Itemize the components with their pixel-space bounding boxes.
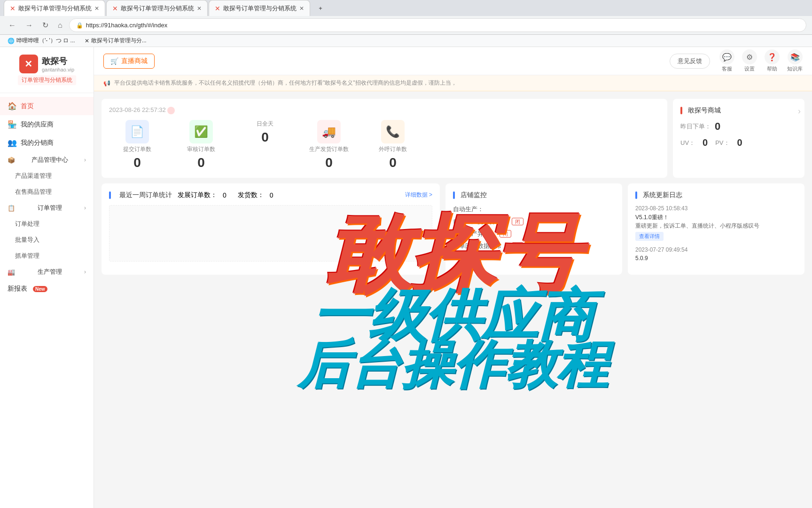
bookmark-label-2: 敢探号订单管理与分... — [91, 37, 147, 45]
new-report-label: 新报表 — [8, 285, 27, 293]
submit-orders-icon: 📄 — [125, 120, 149, 143]
shop-stats-content: 昨日下单： 0 UV： 0 PV： 0 — [680, 120, 797, 148]
capture-label: 抓单管理 — [15, 252, 39, 260]
distributor-icon: 👥 — [8, 138, 17, 147]
dashboard: 2023-08-26 22:57:32 📄 提交订单数 0 ✅ 审核订单数 — [94, 91, 812, 508]
today-total-value: 0 — [261, 130, 269, 145]
header-icon-settings[interactable]: ⚙ 设置 — [742, 49, 757, 72]
home-icon: 🏠 — [8, 102, 17, 111]
header-icon-knowledge[interactable]: 📚 知识库 — [787, 49, 803, 72]
live-shop-button[interactable]: 🛒 直播商城 — [103, 54, 155, 69]
monitor-item-1-badge[interactable]: 闭 — [512, 218, 523, 225]
browser-tab-1[interactable]: ✕ 敢探号订单管理与分销系统 ✕ — [4, 0, 105, 16]
service-label: 客服 — [722, 65, 732, 72]
refresh-button[interactable]: ↻ — [39, 19, 51, 32]
pv-label: PV： — [715, 139, 729, 147]
menu-group-product[interactable]: 📦 产品管理中心 › — [0, 152, 94, 168]
menu-item-new-report[interactable]: 新报表 New — [0, 280, 94, 298]
weekly-detail-link[interactable]: 详细数据 > — [405, 191, 432, 199]
live-shop-icon: 🛒 — [110, 57, 118, 65]
feedback-label: 意见反馈 — [678, 57, 702, 64]
address-bar[interactable]: 🔒 https://91haoka.cn/gth/#/index — [69, 18, 806, 32]
review-orders-label: 审核订单数 — [187, 145, 215, 153]
outbound-orders-value: 0 — [389, 155, 397, 170]
address-text: https://91haoka.cn/gth/#/index — [86, 22, 167, 29]
weekly-section-bar — [109, 191, 111, 199]
forward-button[interactable]: → — [23, 19, 36, 32]
back-button[interactable]: ← — [6, 19, 19, 32]
weekly-title: 最近一周订单统计 — [119, 191, 172, 199]
knowledge-label: 知识库 — [787, 65, 803, 72]
datetime-display: 2023-08-26 22:57:32 — [109, 106, 166, 113]
tab-close-2[interactable]: ✕ — [197, 5, 202, 12]
new-tab-button[interactable]: + — [311, 0, 330, 16]
view-detail-btn-1[interactable]: 查看详情 — [635, 232, 664, 241]
notice-bar: 📢 平台仅提供电话卡销售系统服务，不以任何名义招揽代理（分销）商，任何地方打看"… — [94, 75, 812, 91]
feedback-button[interactable]: 意见反馈 — [670, 54, 710, 69]
tab-close-3[interactable]: ✕ — [299, 5, 304, 12]
logo-img: ✕ 敢探号 gantanhao.vip — [19, 55, 74, 73]
menu-sub-product: 产品渠道管理 在售商品管理 — [0, 168, 94, 200]
order-group-label: 订单管理 — [38, 204, 62, 212]
stat-today-total: 日全天 0 — [237, 120, 293, 170]
weekly-header: 最近一周订单统计 发展订单数： 0 发货数： 0 详细数据 > — [109, 191, 432, 199]
menu-item-home[interactable]: 🏠 首页 — [0, 97, 94, 115]
shop-stats-title: 敢探号商城 — [688, 106, 721, 115]
panel-arrow-right[interactable]: › — [798, 106, 801, 116]
shop-stats-section: 敢探号商城 › 昨日下单： 0 UV： 0 PV： 0 — [673, 99, 804, 178]
shop-stats-header: 敢探号商城 › — [680, 106, 797, 115]
stats-top-row: 2023-08-26 22:57:32 📄 提交订单数 0 ✅ 审核订单数 — [102, 99, 804, 178]
menu-home-label: 首页 — [21, 102, 34, 111]
notice-text: 平台仅提供电话卡销售系统服务，不以任何名义招揽代理（分销）商，任何地方打看"敢探… — [114, 79, 457, 87]
submit-orders-value: 0 — [133, 155, 141, 170]
menu-item-distributor[interactable]: 👥 我的分销商 — [0, 134, 94, 152]
product-group-icon: 📦 — [8, 157, 15, 164]
home-button[interactable]: ⌂ — [55, 19, 65, 32]
stat-produce-orders: 🚚 生产发货订单数 0 — [301, 120, 357, 170]
knowledge-icon: 📚 — [788, 49, 803, 64]
tab-icon-2: ✕ — [112, 5, 118, 12]
browser-tabs: ✕ 敢探号订单管理与分销系统 ✕ ✕ 敢探号订单管理与分销系统 ✕ ✕ 敢探号订… — [0, 0, 812, 16]
outbound-orders-icon: 📞 — [381, 120, 405, 143]
header-icon-service[interactable]: 💬 客服 — [719, 49, 734, 72]
auto-produce-label: 自动生产： — [453, 206, 484, 213]
update-item-2: 2023-07-27 09:49:54 5.0.9 — [635, 246, 797, 262]
menu-group-order[interactable]: 📋 订单管理 › — [0, 200, 94, 216]
monitor-item-3-label: 订单回传数据异常： — [453, 242, 508, 249]
yesterday-stat-label: 昨日下单： — [680, 122, 711, 131]
bookmark-item-1[interactable]: 🌐 哗哩哗哩（'- '）つ ロ ... — [5, 36, 78, 46]
monitor-title: 店铺监控 — [461, 191, 487, 199]
logo-icon: ✕ — [19, 55, 38, 73]
update-log-section: 系统更新日志 2023-08-25 10:58:43 V5.1.0重磅！ 重磅更… — [628, 183, 804, 275]
browser-tab-3[interactable]: ✕ 敢探号订单管理与分销系统 ✕ — [209, 0, 310, 16]
bookmark-item-2[interactable]: ✕ 敢探号订单管理与分... — [82, 36, 149, 46]
monitor-item-2-label: 上游生产异常： — [453, 230, 496, 237]
uv-label: UV： — [680, 139, 695, 147]
settings-label: 设置 — [744, 65, 755, 72]
tab-label-2: 敢探号订单管理与分销系统 — [121, 4, 194, 13]
tab-close-1[interactable]: ✕ — [94, 5, 99, 12]
monitor-item-2-badge[interactable]: 闭 — [500, 230, 511, 238]
menu-item-batch-import[interactable]: 批量导入 — [4, 232, 94, 248]
menu-group-production[interactable]: 🏭 生产管理 › — [0, 264, 94, 280]
logo-subtitle: 订单管理与分销系统 — [18, 75, 76, 85]
header-icon-help[interactable]: ❓ 帮助 — [765, 49, 780, 72]
menu-item-supplier[interactable]: 🏪 我的供应商 — [0, 115, 94, 134]
yesterday-stat-row: 昨日下单： 0 — [680, 120, 797, 133]
menu-item-order-process[interactable]: 订单处理 — [4, 216, 94, 232]
weekly-chart-area — [109, 205, 432, 262]
menu-item-channel[interactable]: 产品渠道管理 — [4, 168, 94, 184]
new-badge: New — [33, 286, 47, 292]
monitor-section-bar — [453, 191, 455, 199]
live-shop-label: 直播商城 — [121, 57, 148, 65]
update-log-bar — [635, 191, 637, 199]
browser-tab-2[interactable]: ✕ 敢探号订单管理与分销系统 ✕ — [106, 0, 208, 16]
sidebar-menu: 🏠 首页 🏪 我的供应商 👥 我的分销商 📦 产品管理中心 › 产品渠道管理 — [0, 93, 94, 508]
auto-produce-status: 自动生产： — [453, 205, 615, 214]
menu-item-onsale[interactable]: 在售商品管理 — [4, 184, 94, 200]
today-total-label: 日全天 — [257, 120, 273, 128]
menu-item-capture[interactable]: 抓单管理 — [4, 248, 94, 264]
sidebar-logo: ✕ 敢探号 gantanhao.vip 订单管理与分销系统 — [0, 47, 94, 93]
produce-orders-icon: 🚚 — [317, 120, 341, 143]
monitor-item-3-badge[interactable]: 闭 — [512, 242, 523, 250]
